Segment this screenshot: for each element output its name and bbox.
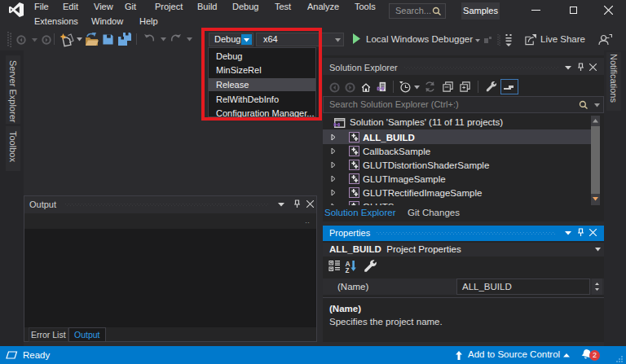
svg-text:Z: Z — [346, 267, 350, 274]
